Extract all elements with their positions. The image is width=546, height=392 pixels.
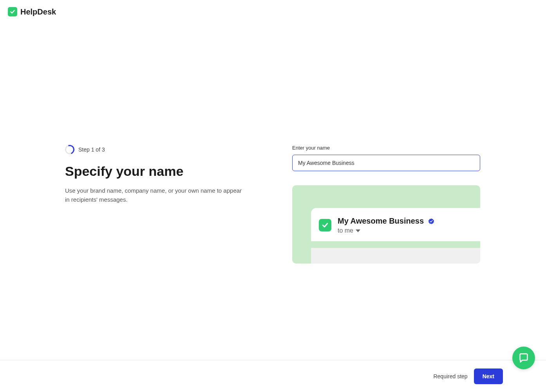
- helpdesk-logo-icon: [8, 7, 17, 16]
- email-preview: My Awesome Business to me: [311, 208, 480, 241]
- logo-area: HelpDesk: [8, 7, 56, 16]
- verified-icon: [428, 218, 435, 225]
- email-info: My Awesome Business to me: [338, 217, 435, 234]
- footer: Required step Next: [0, 360, 546, 392]
- name-input[interactable]: [292, 155, 480, 171]
- required-step-label: Required step: [433, 373, 467, 379]
- page-title: Specify your name: [65, 164, 245, 179]
- preview-body-placeholder: [311, 248, 480, 264]
- progress-circle-icon: [63, 143, 76, 156]
- email-business-name: My Awesome Business: [338, 217, 424, 226]
- page-subtitle: Use your brand name, company name, or yo…: [65, 186, 245, 204]
- chevron-down-icon: [356, 229, 360, 232]
- chat-icon: [518, 352, 529, 363]
- left-column: Step 1 of 3 Specify your name Use your b…: [65, 145, 245, 264]
- next-button[interactable]: Next: [474, 369, 503, 384]
- email-recipient-line: to me: [338, 227, 435, 234]
- email-name-row: My Awesome Business: [338, 217, 435, 226]
- email-to-text: to me: [338, 227, 353, 234]
- preview-card: My Awesome Business to me: [292, 185, 480, 264]
- email-avatar-icon: [319, 219, 331, 231]
- chat-button[interactable]: [512, 347, 535, 369]
- main-content: Step 1 of 3 Specify your name Use your b…: [65, 145, 480, 264]
- logo-text: HelpDesk: [20, 7, 56, 16]
- right-column: Enter your name My Awesome Business: [292, 145, 480, 264]
- step-indicator: Step 1 of 3: [65, 145, 245, 154]
- step-text: Step 1 of 3: [78, 146, 105, 153]
- name-input-label: Enter your name: [292, 145, 480, 151]
